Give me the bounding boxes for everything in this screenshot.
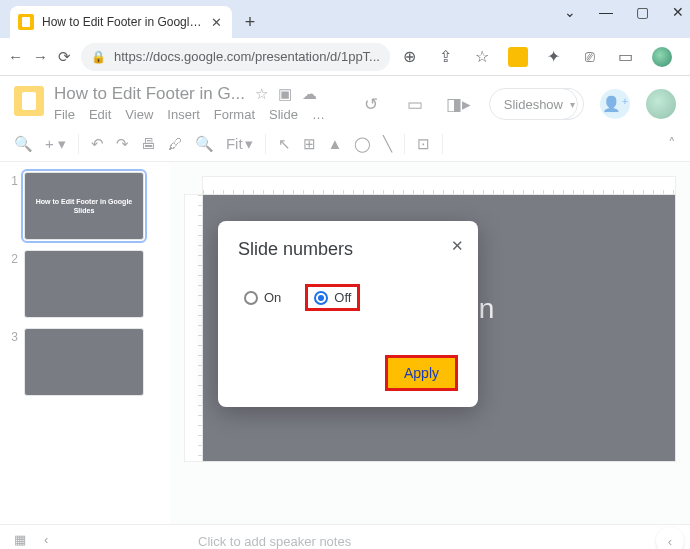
camera-icon[interactable]: ◨▸ [445, 90, 473, 118]
transition-icon[interactable]: ⊡ [417, 135, 430, 153]
star-doc-icon[interactable]: ☆ [255, 85, 268, 103]
radio-group: On Off [238, 284, 458, 311]
slides-favicon [18, 14, 34, 30]
redo-icon[interactable]: ↷ [116, 135, 129, 153]
lock-icon: 🔒 [91, 50, 106, 64]
collapse-toolbar-icon[interactable]: ˄ [668, 135, 676, 153]
slide-thumbnail[interactable] [24, 328, 144, 396]
tab-title: How to Edit Footer in Google Slid [42, 15, 203, 29]
menu-slide[interactable]: Slide [269, 107, 298, 122]
slides-logo-icon[interactable] [14, 86, 44, 116]
print-icon[interactable]: 🖶 [141, 135, 156, 152]
dialog-title: Slide numbers [238, 239, 458, 260]
prev-slide-icon[interactable]: ‹ [44, 532, 48, 547]
hide-panel-button[interactable]: ‹ [656, 527, 684, 549]
omnibox-actions: ⊕ ⇪ ☆ ✦ ⎚ ▭ ⋮ [400, 47, 690, 67]
notes-placeholder: Click to add speaker notes [198, 534, 351, 549]
radio-off[interactable]: Off [305, 284, 360, 311]
back-icon[interactable]: ← [8, 46, 23, 68]
account-avatar[interactable] [646, 89, 676, 119]
slideshow-label: Slideshow [504, 97, 563, 112]
minimize-icon[interactable]: — [600, 6, 612, 18]
cloud-status-icon[interactable]: ☁ [302, 85, 317, 103]
header-actions: ↺ ▭ ◨▸ Slideshow ▾ 👤⁺ [357, 84, 676, 120]
slideshow-dropdown[interactable]: ▾ [562, 88, 584, 120]
shape-icon[interactable]: ◯ [354, 135, 371, 153]
textbox-icon[interactable]: ⊞ [303, 135, 316, 153]
undo-icon[interactable]: ↶ [91, 135, 104, 153]
zoom-tool-icon[interactable]: 🔍 [195, 135, 214, 153]
extensions-icon[interactable]: ✦ [544, 47, 564, 67]
zoom-icon[interactable]: ⊕ [400, 47, 420, 67]
apply-button[interactable]: Apply [385, 355, 458, 391]
image-icon[interactable]: ▲ [328, 135, 343, 152]
share-icon[interactable]: ⇪ [436, 47, 456, 67]
menu-file[interactable]: File [54, 107, 75, 122]
cast-icon[interactable]: ⎚ [580, 47, 600, 67]
toolbar: 🔍 + ▾ ↶ ↷ 🖶 🖊 🔍 Fit ▾ ↖ ⊞ ▲ ◯ ╲ ⊡ ˄ [0, 126, 690, 162]
speaker-notes[interactable]: ▦ ‹ Click to add speaker notes ‹ [0, 524, 690, 549]
thumbnail-panel: 1 How to Edit Footer in Google Slides 2 … [0, 162, 170, 524]
thumb-number: 3 [8, 328, 18, 344]
browser-tab[interactable]: How to Edit Footer in Google Slid ✕ [10, 6, 232, 38]
new-tab-button[interactable]: + [238, 10, 262, 34]
reader-icon[interactable]: ▭ [616, 47, 636, 67]
new-slide-icon[interactable]: + ▾ [45, 135, 66, 153]
slide-thumbnail[interactable] [24, 250, 144, 318]
explore-icon[interactable]: ▦ [14, 532, 26, 547]
menu-insert[interactable]: Insert [167, 107, 200, 122]
slide-thumbnail[interactable]: How to Edit Footer in Google Slides [24, 172, 144, 240]
ruler-horizontal [202, 176, 676, 194]
radio-off-label: Off [334, 290, 351, 305]
address-bar[interactable]: 🔒 https://docs.google.com/presentation/d… [81, 43, 390, 71]
profile-avatar-icon[interactable] [652, 47, 672, 67]
forward-icon[interactable]: → [33, 46, 48, 68]
move-icon[interactable]: ▣ [278, 85, 292, 103]
star-icon[interactable]: ☆ [472, 47, 492, 67]
close-tab-icon[interactable]: ✕ [211, 15, 222, 30]
reload-icon[interactable]: ⟳ [58, 46, 71, 68]
search-menu-icon[interactable]: 🔍 [14, 135, 33, 153]
doc-title[interactable]: How to Edit Footer in G... [54, 84, 245, 104]
menu-more[interactable]: … [312, 107, 325, 122]
radio-icon [314, 291, 328, 305]
url-text: https://docs.google.com/presentation/d/1… [114, 49, 380, 64]
menu-format[interactable]: Format [214, 107, 255, 122]
close-dialog-icon[interactable]: ✕ [451, 237, 464, 255]
menu-view[interactable]: View [125, 107, 153, 122]
chevron-down-icon[interactable]: ⌄ [564, 6, 576, 18]
paint-format-icon[interactable]: 🖊 [168, 135, 183, 152]
ruler-vertical [184, 194, 202, 462]
browser-titlebar: How to Edit Footer in Google Slid ✕ + ⌄ … [0, 0, 690, 38]
slide-numbers-dialog: Slide numbers ✕ On Off Apply [218, 221, 478, 407]
browser-toolbar: ← → ⟳ 🔒 https://docs.google.com/presenta… [0, 38, 690, 76]
thumb-row: 3 [8, 328, 162, 396]
thumb-row: 1 How to Edit Footer in Google Slides [8, 172, 162, 240]
doc-title-row: How to Edit Footer in G... ☆ ▣ ☁ [54, 84, 347, 104]
thumb-row: 2 [8, 250, 162, 318]
line-icon[interactable]: ╲ [383, 135, 392, 153]
close-window-icon[interactable]: ✕ [672, 6, 684, 18]
share-button[interactable]: 👤⁺ [600, 89, 630, 119]
radio-on[interactable]: On [238, 287, 287, 308]
thumb-number: 2 [8, 250, 18, 266]
radio-icon [244, 291, 258, 305]
app-header: How to Edit Footer in G... ☆ ▣ ☁ File Ed… [0, 76, 690, 122]
maximize-icon[interactable]: ▢ [636, 6, 648, 18]
radio-on-label: On [264, 290, 281, 305]
extension-icon[interactable] [508, 47, 528, 67]
window-controls: ⌄ — ▢ ✕ [564, 6, 684, 18]
present-comments-icon[interactable]: ▭ [401, 90, 429, 118]
zoom-fit[interactable]: Fit ▾ [226, 135, 253, 153]
select-tool-icon[interactable]: ↖ [278, 135, 291, 153]
thumb-number: 1 [8, 172, 18, 188]
menu-edit[interactable]: Edit [89, 107, 111, 122]
menu-bar: File Edit View Insert Format Slide … [54, 107, 347, 122]
history-icon[interactable]: ↺ [357, 90, 385, 118]
